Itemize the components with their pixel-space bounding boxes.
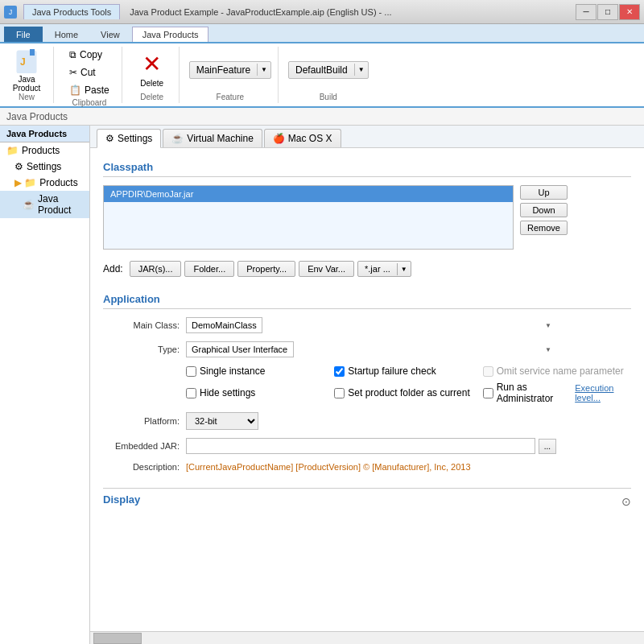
feature-dropdown-arrow: ▼ xyxy=(257,64,270,76)
description-value: [CurrentJavaProductName] [ProductVersion… xyxy=(186,462,471,472)
description-row: Description: [CurrentJavaProductName] [P… xyxy=(103,462,631,472)
type-dropdown-arrow-icon: ▼ xyxy=(545,346,551,353)
add-env-var-button[interactable]: Env Var... xyxy=(299,261,354,277)
settings-tabs: ⚙ Settings ☕ Virtual Machine 🍎 Mac OS X xyxy=(90,126,644,148)
new-java-product-button[interactable]: J Java Product xyxy=(6,47,47,93)
paste-button[interactable]: 📋 Paste xyxy=(64,82,115,98)
app-icon: J xyxy=(4,6,17,19)
tab-view[interactable]: View xyxy=(90,27,130,42)
tab-mac-os-x[interactable]: 🍎 Mac OS X xyxy=(264,129,341,147)
delete-icon: ✕ xyxy=(139,52,165,77)
main-class-label: Main Class: xyxy=(103,320,180,330)
add-jar-dropdown-button[interactable]: *.jar ... ▼ xyxy=(357,261,411,277)
ribbon-group-feature: MainFeature ▼ Feature xyxy=(189,47,279,103)
classpath-row: APPDIR\DemoJar.jar Up Down Remove xyxy=(103,185,631,256)
startup-failure-checkbox-item: Startup failure check xyxy=(334,365,482,377)
mac-tab-icon: 🍎 xyxy=(273,133,285,144)
set-product-folder-checkbox[interactable] xyxy=(334,388,345,398)
ribbon: J Java Product New ⧉ Copy ✂ Cut xyxy=(0,43,644,108)
type-select[interactable]: Graphical User Interface Console xyxy=(186,341,294,357)
checkboxes-grid: Single instance Startup failure check Om… xyxy=(186,365,631,404)
tree-item-products-root[interactable]: 📁 Products xyxy=(0,142,89,159)
platform-select[interactable]: 32-bit 64-bit xyxy=(186,412,258,430)
up-button[interactable]: Up xyxy=(520,185,568,200)
add-folder-button[interactable]: Folder... xyxy=(184,261,234,277)
tree-item-java-product[interactable]: ☕ Java Product xyxy=(0,191,89,218)
embedded-jar-label: Embedded JAR: xyxy=(103,441,180,451)
embedded-jar-input-row: ... xyxy=(186,438,556,454)
type-select-wrapper: Graphical User Interface Console ▼ xyxy=(186,341,556,357)
vm-tab-icon: ☕ xyxy=(171,133,184,144)
build-dropdown-arrow: ▼ xyxy=(354,64,368,76)
cut-button[interactable]: ✂ Cut xyxy=(64,64,115,80)
embedded-jar-row: Embedded JAR: ... xyxy=(103,438,631,454)
browse-embedded-jar-button[interactable]: ... xyxy=(539,439,556,454)
cut-icon: ✂ xyxy=(69,67,77,78)
startup-failure-checkbox[interactable] xyxy=(334,366,345,377)
minimize-button[interactable]: ─ xyxy=(576,4,597,20)
java-product-icon: J xyxy=(14,47,39,73)
platform-label: Platform: xyxy=(103,416,180,426)
title-bar: J Java Products Tools Java Product Examp… xyxy=(0,0,644,24)
classpath-list[interactable]: APPDIR\DemoJar.jar xyxy=(103,185,514,250)
jar-dropdown-arrow-icon: ▼ xyxy=(397,263,411,275)
run-as-admin-checkbox[interactable] xyxy=(483,388,493,398)
run-as-admin-checkbox-item: Run as Administrator Execution level... xyxy=(483,382,631,404)
build-group-label: Build xyxy=(320,93,337,103)
paste-icon: 📋 xyxy=(69,85,81,96)
delete-button[interactable]: ✕ Delete xyxy=(132,47,172,93)
tab-file[interactable]: File xyxy=(4,27,43,42)
copy-button[interactable]: ⧉ Copy xyxy=(64,47,115,63)
display-section[interactable]: Display ⊙ xyxy=(103,488,631,514)
omit-service-checkbox xyxy=(483,366,493,377)
ribbon-group-new: J Java Product New xyxy=(6,47,54,103)
window-controls: ─ □ ✕ xyxy=(576,4,640,20)
app-tab: Java Products Tools xyxy=(23,4,120,19)
build-dropdown[interactable]: DefaultBuild ▼ xyxy=(288,61,369,79)
right-content: ⚙ Settings ☕ Virtual Machine 🍎 Mac OS X … xyxy=(90,126,644,644)
set-product-folder-checkbox-item: Set product folder as current xyxy=(334,382,482,404)
left-panel-header: Java Products xyxy=(0,126,89,142)
left-panel: Java Products 📁 Products ⚙ Settings ▶ 📁 … xyxy=(0,126,90,644)
classpath-section: Classpath APPDIR\DemoJar.jar Up Down Rem… xyxy=(103,161,631,277)
tree-item-products[interactable]: ▶ 📁 Products xyxy=(0,175,89,191)
main-class-select[interactable]: DemoMainClass xyxy=(186,317,262,333)
main-class-row: Main Class: DemoMainClass ▼ xyxy=(103,317,631,333)
feature-dropdown[interactable]: MainFeature ▼ xyxy=(189,61,271,79)
settings-icon: ⚙ xyxy=(14,161,23,172)
hide-settings-checkbox-item: Hide settings xyxy=(186,382,334,404)
copy-icon: ⧉ xyxy=(69,49,76,60)
settings-tab-icon: ⚙ xyxy=(105,133,114,144)
description-label: Description: xyxy=(103,462,180,472)
main-layout: Java Products 📁 Products ⚙ Settings ▶ 📁 … xyxy=(0,126,644,644)
display-collapse-icon[interactable]: ⊙ xyxy=(621,495,631,508)
tab-java-products[interactable]: Java Products xyxy=(132,27,209,42)
platform-row: Platform: 32-bit 64-bit xyxy=(103,412,631,430)
classpath-item[interactable]: APPDIR\DemoJar.jar xyxy=(104,186,513,202)
feature-group-label: Feature xyxy=(217,93,244,103)
tab-home[interactable]: Home xyxy=(44,27,89,42)
content-area[interactable]: Classpath APPDIR\DemoJar.jar Up Down Rem… xyxy=(90,148,644,631)
window-title: Java Product Example - JavaProductExampl… xyxy=(130,7,391,17)
add-property-button[interactable]: Property... xyxy=(237,261,295,277)
execution-level-link[interactable]: Execution level... xyxy=(575,383,631,402)
omit-service-checkbox-item: Omit service name parameter xyxy=(483,365,631,377)
tree-item-settings[interactable]: ⚙ Settings xyxy=(0,159,89,175)
down-button[interactable]: Down xyxy=(520,203,568,217)
add-jars-button[interactable]: JAR(s)... xyxy=(130,261,182,277)
type-label: Type: xyxy=(103,345,180,354)
embedded-jar-input[interactable] xyxy=(186,438,535,454)
hide-settings-checkbox[interactable] xyxy=(186,388,196,398)
classpath-right-buttons: Up Down Remove xyxy=(520,185,568,235)
new-group-label: New xyxy=(19,93,35,103)
close-button[interactable]: ✕ xyxy=(619,4,640,20)
remove-button[interactable]: Remove xyxy=(520,221,568,235)
tab-settings[interactable]: ⚙ Settings xyxy=(97,129,161,148)
delete-group-label: Delete xyxy=(140,93,163,103)
application-title: Application xyxy=(103,293,631,309)
single-instance-checkbox[interactable] xyxy=(186,366,196,377)
tab-virtual-machine[interactable]: ☕ Virtual Machine xyxy=(163,129,262,147)
bottom-scrollbar[interactable] xyxy=(90,631,644,644)
maximize-button[interactable]: □ xyxy=(597,4,618,20)
add-row: Add: JAR(s)... Folder... Property... Env… xyxy=(103,261,631,277)
